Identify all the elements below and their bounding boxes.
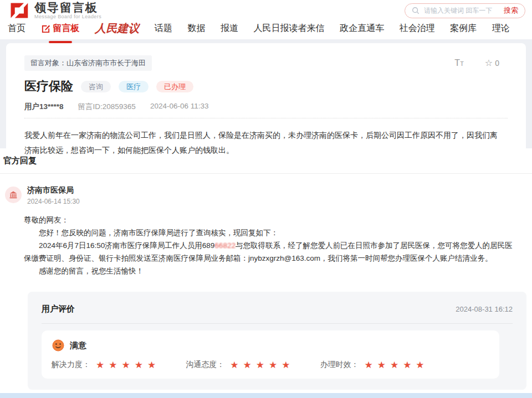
- nav-item-label: 人民日报读者来信: [254, 23, 325, 34]
- card-actions: TT ☆ 0: [454, 58, 499, 68]
- dotted-divider: [24, 118, 508, 118]
- reply-body: 尊敬的网友： 您好！您反映的问题，济南市医疗保障局进行了查询核实，现回复如下： …: [24, 214, 516, 277]
- rating-label: 解决力度：: [52, 360, 90, 370]
- message-body: 我爱人前年在一家济南的物流公司工作，我们是日照人，保险是在济南买的，未办理济南的…: [24, 128, 508, 158]
- rating-解决力度: 解决力度：★★★★★: [52, 360, 160, 370]
- favorite-star-icon: ☆: [485, 58, 493, 68]
- agency-name: 济南市医保局: [27, 185, 80, 195]
- search-input[interactable]: [424, 7, 504, 14]
- government-building-icon: [9, 190, 18, 199]
- nav-item-label: 数据: [187, 23, 205, 34]
- rating-label: 沟通态度：: [186, 360, 224, 370]
- nav-item-首页[interactable]: 首页: [8, 23, 25, 34]
- message-target-tag: 留言对象：山东省济南市市长于海田: [24, 55, 152, 71]
- content-band: 留言对象：山东省济南市市长于海田 医疗保险 咨询医疗已办理 TT ☆ 0 用户1…: [0, 39, 532, 148]
- nav-item-人民建议[interactable]: 人民建议: [95, 21, 139, 36]
- main-nav: 首页留言板人民建议话题数据报道人民日报读者来信政企直通车社会治理案例库理论: [0, 21, 532, 39]
- reply-divider: [0, 173, 532, 174]
- rating-stars: ★★★★★: [230, 360, 294, 370]
- reply-date: 2024-06-14 15:30: [27, 198, 80, 205]
- evaluation-date: 2024-08-31 16:12: [456, 305, 513, 313]
- evaluation-title: 用户评价: [42, 304, 75, 314]
- nav-item-label: 报道: [221, 23, 238, 34]
- nav-item-留言板[interactable]: 留言板: [41, 23, 80, 34]
- search-box[interactable]: 搜索: [405, 3, 525, 18]
- nav-item-理论[interactable]: 理论: [492, 23, 510, 34]
- message-tag-已办理: 已办理: [156, 81, 193, 92]
- redacted-phone: 66822: [214, 241, 236, 250]
- logo-subtitle: Message Board for Leaders: [34, 14, 101, 19]
- message-user: 用户13****8: [24, 102, 64, 112]
- nav-item-label: 人民建议: [95, 21, 139, 36]
- rating-沟通态度: 沟通态度：★★★★★: [186, 360, 294, 370]
- agency-row: 济南市医保局 2024-06-14 15:30: [5, 185, 532, 205]
- header: 领导留言板 Message Board for Leaders 搜索: [0, 0, 532, 21]
- compose-pen-icon: [41, 24, 50, 33]
- reply-paragraph: 感谢您的留言，祝您生活愉快！: [24, 265, 516, 277]
- rating-stars: ★★★★★: [364, 360, 428, 370]
- rating-办理时效: 办理时效：★★★★★: [320, 360, 428, 370]
- rating-label: 办理时效：: [320, 360, 359, 370]
- search-icon: [412, 7, 420, 14]
- evaluation-header: 用户评价 2024-08-31 16:12: [42, 304, 513, 314]
- message-title: 医疗保险: [24, 78, 73, 95]
- logo-mark-icon: [8, 0, 30, 21]
- nav-item-报道[interactable]: 报道: [221, 23, 238, 34]
- nav-item-label: 政企直通车: [340, 23, 384, 34]
- footer-strip: [0, 393, 532, 398]
- nav-item-label: 社会治理: [400, 23, 435, 34]
- verdict-row: 满意: [52, 339, 489, 352]
- reply-paragraph: 尊敬的网友：: [24, 214, 516, 226]
- nav-item-政企直通车[interactable]: 政企直通车: [340, 23, 384, 34]
- nav-item-label: 留言板: [53, 23, 80, 34]
- evaluation-divider: [42, 323, 513, 324]
- official-reply-section: 官方回复 济南市医保局 2024-06-14 15:30 尊敬的网友： 您好！您: [0, 148, 532, 390]
- logo-text: 领导留言板 Message Board for Leaders: [34, 2, 101, 19]
- site-logo[interactable]: 领导留言板 Message Board for Leaders: [8, 0, 101, 21]
- smiley-face-icon: [52, 339, 65, 352]
- message-id: 留言ID:20859365: [78, 102, 136, 112]
- message-card: 留言对象：山东省济南市市长于海田 医疗保险 咨询医疗已办理 TT ☆ 0 用户1…: [6, 43, 526, 148]
- reply-paragraph: 2024年6月7日16:50济南市医疗保障局工作人员用68966822与您取得联…: [24, 239, 516, 265]
- agency-avatar: [5, 187, 22, 203]
- nav-item-label: 理论: [492, 23, 510, 34]
- logo-title: 领导留言板: [34, 2, 101, 14]
- message-date: 2024-06-06 11:33: [150, 102, 209, 112]
- favorite-button[interactable]: ☆ 0: [485, 58, 499, 68]
- verdict-label: 满意: [70, 340, 86, 351]
- nav-item-label: 首页: [8, 23, 25, 34]
- agency-info: 济南市医保局 2024-06-14 15:30: [27, 185, 80, 205]
- user-evaluation-panel: 用户评价 2024-08-31 16:12 满意 解决力度：★★★★★沟通态度：…: [28, 292, 526, 390]
- message-tag-咨询: 咨询: [81, 81, 111, 92]
- nav-item-案例库[interactable]: 案例库: [450, 23, 477, 34]
- favorite-count: 0: [495, 59, 499, 68]
- message-tag-医疗: 医疗: [119, 81, 149, 92]
- nav-item-话题[interactable]: 话题: [155, 23, 172, 34]
- font-size-toggle-icon[interactable]: TT: [454, 58, 464, 68]
- nav-item-label: 案例库: [450, 23, 477, 34]
- ratings-row: 解决力度：★★★★★沟通态度：★★★★★办理时效：★★★★★: [52, 360, 489, 370]
- reply-paragraph: 您好！您反映的问题，济南市医疗保障局进行了查询核实，现回复如下：: [24, 226, 516, 239]
- search-button[interactable]: 搜索: [504, 6, 518, 15]
- evaluation-card: 满意 解决力度：★★★★★沟通态度：★★★★★办理时效：★★★★★: [42, 330, 499, 379]
- page: 领导留言板 Message Board for Leaders 搜索 首页留言板…: [0, 0, 532, 398]
- rating-stars: ★★★★★: [96, 360, 160, 370]
- nav-item-label: 话题: [155, 23, 172, 34]
- message-title-row: 医疗保险 咨询医疗已办理: [24, 78, 508, 95]
- message-meta: 用户13****8 留言ID:20859365 2024-06-06 11:33: [24, 102, 508, 112]
- nav-item-人民日报读者来信[interactable]: 人民日报读者来信: [254, 23, 325, 34]
- message-tags: 咨询医疗已办理: [73, 81, 193, 92]
- nav-item-社会治理[interactable]: 社会治理: [400, 23, 435, 34]
- nav-item-数据[interactable]: 数据: [187, 23, 205, 34]
